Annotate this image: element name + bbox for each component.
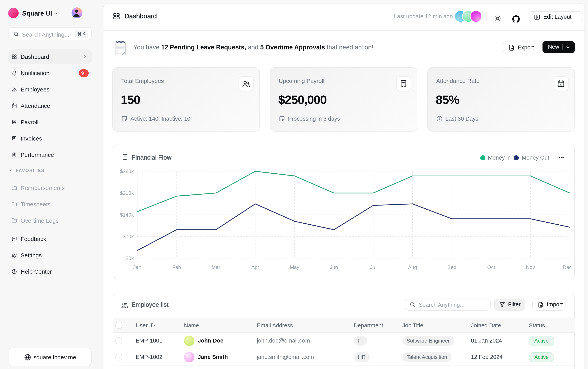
svg-text:May: May	[290, 264, 299, 270]
svg-text:Apr: Apr	[251, 264, 259, 270]
svg-text:Nov: Nov	[526, 264, 535, 270]
svg-text:Jan: Jan	[133, 264, 141, 270]
svg-text:$70k: $70k	[123, 233, 134, 239]
svg-text:Oct: Oct	[487, 264, 495, 270]
svg-text:Jun: Jun	[330, 264, 338, 270]
svg-text:$210k: $210k	[120, 190, 134, 196]
svg-text:17: 17	[13, 105, 15, 107]
svg-text:Aug: Aug	[408, 264, 417, 270]
svg-text:$140k: $140k	[120, 212, 134, 218]
svg-text:17: 17	[560, 83, 562, 86]
svg-text:$280k: $280k	[120, 168, 134, 174]
svg-text:Dec: Dec	[563, 264, 571, 270]
svg-text:Sep: Sep	[447, 264, 456, 270]
svg-text:Mar: Mar	[211, 264, 220, 270]
svg-text:Feb: Feb	[172, 264, 181, 270]
svg-text:Jul: Jul	[370, 264, 376, 270]
svg-text:$0k: $0k	[125, 255, 134, 261]
